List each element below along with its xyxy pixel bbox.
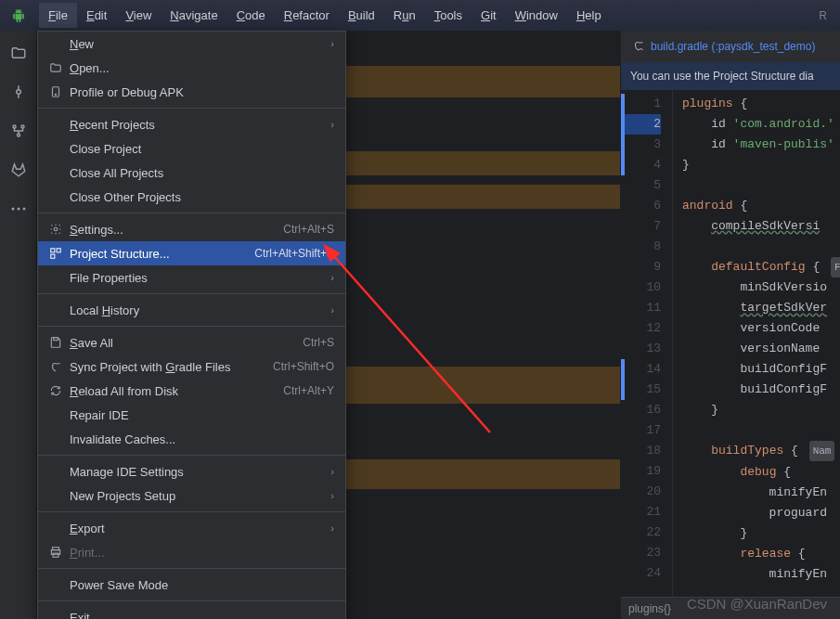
reload-icon	[47, 384, 64, 397]
sync-icon	[47, 360, 64, 373]
menu-item-repair-ide[interactable]: Repair IDE	[38, 403, 345, 427]
code-editor[interactable]: 123456789101112131415161718192021222324 …	[621, 90, 840, 597]
svg-point-10	[54, 227, 58, 231]
menu-tools[interactable]: Tools	[425, 3, 472, 28]
menu-edit[interactable]: Edit	[77, 3, 116, 28]
menu-item-save-all[interactable]: Save AllCtrl+S	[38, 330, 345, 355]
svg-point-0	[16, 90, 20, 95]
menu-navigate[interactable]: Navigate	[161, 3, 226, 28]
menu-item-profile-or-debug-apk[interactable]: Profile or Debug APK	[38, 80, 345, 104]
line-number-gutter: 123456789101112131415161718192021222324	[621, 90, 673, 597]
chevron-right-icon: ›	[330, 119, 334, 130]
menu-item-close-other-projects[interactable]: Close Other Projects	[38, 185, 345, 209]
editor-tab[interactable]: build.gradle (:paysdk_test_demo)	[621, 31, 840, 62]
print-icon	[47, 546, 64, 559]
menu-item-file-properties[interactable]: File Properties›	[38, 265, 345, 290]
menu-item-close-project[interactable]: Close Project	[38, 136, 345, 161]
menu-code[interactable]: Code	[227, 3, 275, 28]
file-menu-dropdown: New›Open...Profile or Debug APKRecent Pr…	[37, 31, 346, 619]
menu-item-settings[interactable]: Settings...Ctrl+Alt+S	[38, 217, 345, 241]
save-icon	[47, 336, 64, 349]
menu-item-new[interactable]: New›	[38, 32, 345, 56]
menu-item-power-save-mode[interactable]: Power Save Mode	[38, 573, 345, 597]
svg-rect-14	[54, 338, 58, 341]
svg-point-9	[55, 94, 56, 95]
chevron-right-icon: ›	[330, 522, 334, 534]
folder-icon	[47, 61, 64, 74]
menu-refactor[interactable]: Refactor	[275, 3, 339, 28]
chevron-right-icon: ›	[330, 490, 334, 501]
chevron-right-icon: ›	[330, 466, 334, 477]
svg-rect-11	[51, 249, 55, 252]
menu-item-invalidate-caches[interactable]: Invalidate Caches...	[38, 427, 345, 451]
gear-icon	[47, 223, 64, 236]
menu-git[interactable]: Git	[472, 3, 506, 28]
chevron-right-icon: ›	[330, 272, 334, 283]
svg-rect-12	[57, 249, 60, 252]
left-tool-rail	[0, 31, 37, 619]
svg-point-5	[17, 208, 19, 211]
menu-item-local-history[interactable]: Local History›	[38, 298, 345, 322]
menu-window[interactable]: Window	[506, 3, 567, 28]
structure-tool-icon[interactable]	[9, 122, 28, 140]
more-tool-icon[interactable]	[9, 200, 28, 218]
editor-notification-bar[interactable]: You can use the Project Structure dia	[621, 62, 840, 90]
menu-file[interactable]: File	[39, 3, 77, 28]
menu-run[interactable]: Run	[384, 3, 425, 28]
menubar: FileEditViewNavigateCodeRefactorBuildRun…	[0, 0, 840, 31]
menu-item-recent-projects[interactable]: Recent Projects›	[38, 112, 345, 136]
app-icon	[11, 8, 26, 23]
project-tool-icon[interactable]	[9, 44, 28, 62]
svg-point-6	[22, 208, 25, 211]
chevron-right-icon: ›	[330, 304, 334, 316]
svg-point-1	[13, 125, 16, 128]
svg-point-3	[17, 134, 19, 136]
editor-panel: build.gradle (:paysdk_test_demo) You can…	[620, 31, 840, 619]
gitlab-tool-icon[interactable]	[9, 161, 28, 179]
menu-item-close-all-projects[interactable]: Close All Projects	[38, 161, 345, 185]
menu-item-open[interactable]: Open...	[38, 56, 345, 80]
menu-item-exit[interactable]: Exit	[38, 605, 345, 619]
menu-item-sync-project-with-gradle-files[interactable]: Sync Project with Gradle FilesCtrl+Shift…	[38, 355, 345, 379]
menu-help[interactable]: Help	[567, 3, 611, 28]
menubar-right-hint: R	[819, 9, 840, 22]
menu-build[interactable]: Build	[339, 3, 384, 28]
svg-rect-13	[51, 254, 55, 258]
svg-point-4	[11, 208, 14, 211]
commit-tool-icon[interactable]	[9, 83, 28, 101]
menu-item-print: Print...	[38, 540, 345, 564]
menu-item-export[interactable]: Export›	[38, 516, 345, 540]
svg-point-2	[21, 125, 24, 128]
editor-breadcrumb[interactable]: plugins{}	[621, 597, 840, 619]
menu-view[interactable]: View	[116, 3, 161, 28]
menu-item-manage-ide-settings[interactable]: Manage IDE Settings›	[38, 459, 345, 484]
menu-item-reload-all-from-disk[interactable]: Reload All from DiskCtrl+Alt+Y	[38, 379, 345, 403]
menu-item-new-projects-setup[interactable]: New Projects Setup›	[38, 484, 345, 508]
code-content[interactable]: plugins { id 'com.android.' id 'maven-pu…	[673, 90, 840, 597]
structure-icon	[47, 247, 64, 260]
chevron-right-icon: ›	[330, 38, 334, 49]
menu-item-project-structure[interactable]: Project Structure...Ctrl+Alt+Shift+S	[38, 241, 345, 265]
gradle-icon	[632, 39, 645, 55]
apk-icon	[47, 85, 64, 98]
